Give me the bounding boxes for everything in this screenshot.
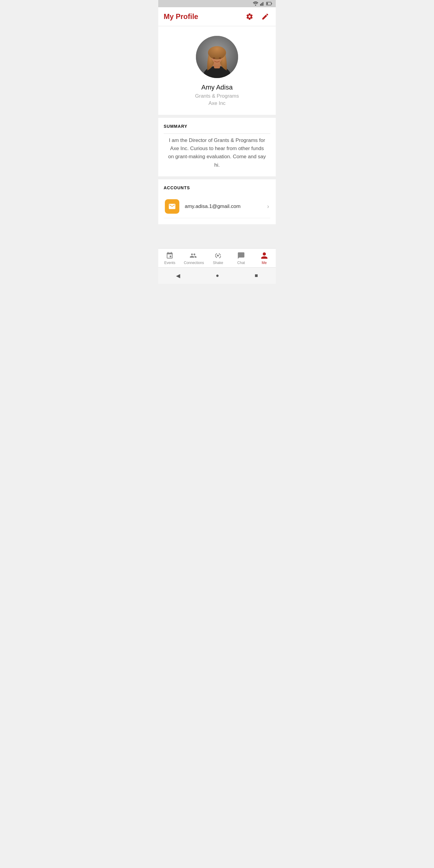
svg-rect-1 <box>260 4 261 6</box>
home-button[interactable]: ● <box>211 271 224 280</box>
header: My Profile <box>158 7 276 26</box>
status-bar <box>158 0 276 7</box>
account-email-value: amy.adisa.1@gmail.com <box>185 204 267 210</box>
shake-label: Shake <box>213 261 223 265</box>
svg-point-15 <box>219 57 221 59</box>
avatar <box>196 36 238 78</box>
envelope-icon <box>168 203 176 210</box>
svg-point-14 <box>213 57 215 59</box>
summary-section: SUMMARY I am the Director of Grants & Pr… <box>158 118 276 176</box>
account-item-email[interactable]: amy.adisa.1@gmail.com › <box>164 195 270 218</box>
accounts-section: ACCOUNTS amy.adisa.1@gmail.com › <box>158 179 276 224</box>
accounts-header: ACCOUNTS <box>164 185 270 190</box>
recent-apps-button[interactable]: ■ <box>250 271 263 280</box>
chevron-right-icon: › <box>267 203 269 210</box>
profile-section: Amy Adisa Grants & Programs Axe Inc <box>158 26 276 115</box>
events-label: Events <box>164 261 176 265</box>
me-icon <box>260 252 268 259</box>
battery-icon <box>266 2 272 5</box>
summary-header: SUMMARY <box>164 124 270 129</box>
connections-label: Connections <box>184 261 204 265</box>
profile-name: Amy Adisa <box>201 84 233 91</box>
content-spacer <box>158 224 276 248</box>
summary-text: I am the Director of Grants & Programs f… <box>164 134 270 170</box>
nav-item-connections[interactable]: Connections <box>184 252 204 265</box>
events-icon <box>166 252 174 259</box>
wifi-icon <box>253 1 258 6</box>
profile-job-title: Grants & Programs <box>195 93 239 99</box>
gear-icon <box>246 13 253 21</box>
settings-button[interactable] <box>244 11 255 22</box>
header-actions <box>244 11 270 22</box>
bottom-nav: Events Connections Shake Chat <box>158 248 276 267</box>
signal-icon <box>260 1 264 6</box>
svg-rect-3 <box>262 2 264 6</box>
chat-icon <box>237 252 245 259</box>
nav-item-me[interactable]: Me <box>255 252 273 265</box>
page-title: My Profile <box>164 12 198 21</box>
avatar-image <box>196 36 238 78</box>
profile-company: Axe Inc <box>209 100 226 106</box>
pencil-icon <box>261 13 269 21</box>
chat-label: Chat <box>237 261 245 265</box>
svg-rect-2 <box>261 3 262 6</box>
nav-item-events[interactable]: Events <box>161 252 179 265</box>
svg-point-0 <box>255 4 256 6</box>
shake-icon <box>214 252 222 259</box>
svg-point-13 <box>208 46 226 59</box>
svg-rect-6 <box>267 3 268 5</box>
back-button[interactable]: ◀ <box>171 271 185 280</box>
connections-icon <box>190 252 198 259</box>
nav-item-shake[interactable]: Shake <box>209 252 227 265</box>
svg-rect-7 <box>272 3 272 4</box>
me-label: Me <box>261 261 267 265</box>
android-nav-bar: ◀ ● ■ <box>158 267 276 284</box>
svg-rect-4 <box>264 1 264 6</box>
nav-item-chat[interactable]: Chat <box>232 252 250 265</box>
email-icon-wrap <box>165 199 179 214</box>
edit-button[interactable] <box>260 11 270 22</box>
